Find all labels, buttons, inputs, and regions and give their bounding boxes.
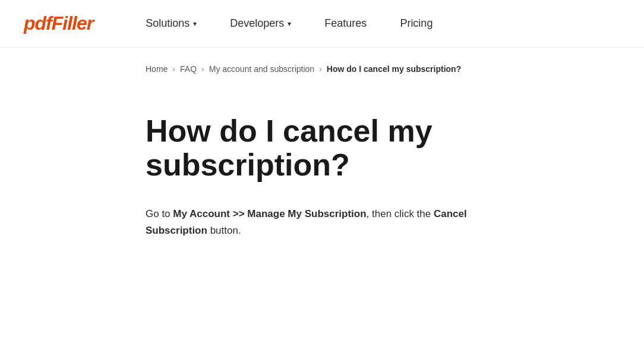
article-body: Go to My Account >> Manage My Subscripti…: [146, 206, 498, 238]
nav-label-pricing: Pricing: [400, 17, 433, 30]
logo[interactable]: pdfFiller: [24, 12, 93, 34]
breadcrumb-current: How do I cancel my subscription?: [327, 64, 461, 74]
nav-item-solutions[interactable]: Solutions ▾: [129, 12, 213, 34]
breadcrumb-separator-2: ›: [201, 64, 204, 74]
article-body-middle: , then click the: [367, 208, 434, 219]
nav-item-features[interactable]: Features: [308, 12, 383, 34]
nav-item-pricing[interactable]: Pricing: [383, 12, 449, 34]
breadcrumb-faq[interactable]: FAQ: [180, 64, 197, 74]
chevron-down-icon: ▾: [288, 20, 291, 28]
main-content: How do I cancel my subscription? Go to M…: [0, 90, 644, 274]
breadcrumb-my-account[interactable]: My account and subscription: [209, 64, 314, 74]
breadcrumb-separator-1: ›: [172, 64, 175, 74]
nav-item-developers[interactable]: Developers ▾: [213, 12, 308, 34]
article-title: How do I cancel my subscription?: [146, 114, 498, 182]
logo-text: pdfFiller: [24, 12, 93, 34]
article-body-suffix: button.: [207, 225, 241, 236]
nav-label-solutions: Solutions: [146, 17, 190, 30]
breadcrumb-separator-3: ›: [319, 64, 322, 74]
main-nav: Solutions ▾ Developers ▾ Features Pricin…: [129, 12, 620, 34]
site-header: pdfFiller Solutions ▾ Developers ▾ Featu…: [0, 0, 644, 48]
breadcrumb: Home › FAQ › My account and subscription…: [0, 48, 644, 90]
nav-label-developers: Developers: [230, 17, 284, 30]
nav-label-features: Features: [324, 17, 367, 30]
article-body-bold1: My Account >> Manage My Subscription: [173, 208, 366, 219]
chevron-down-icon: ▾: [193, 20, 197, 28]
breadcrumb-home[interactable]: Home: [146, 64, 168, 74]
article-body-prefix: Go to: [146, 208, 173, 219]
